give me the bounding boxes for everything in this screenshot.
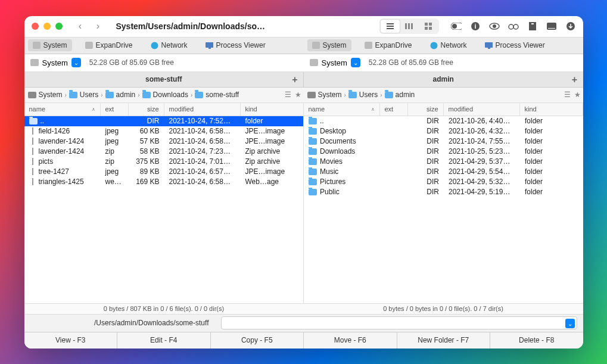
- view-list-button[interactable]: [381, 20, 400, 33]
- drive-name: System: [322, 58, 347, 67]
- toggle-icon[interactable]: [451, 21, 462, 32]
- drive-icon: [310, 59, 318, 66]
- cell-size: 60 KB: [129, 127, 164, 135]
- binoculars-icon[interactable]: [508, 21, 519, 32]
- location-tab-network[interactable]: Network: [425, 39, 472, 51]
- location-tab-expandrive[interactable]: ExpanDrive: [80, 39, 138, 51]
- cell-modified: 2021-10-24, 7:52…: [164, 117, 241, 125]
- dropdown-icon[interactable]: ⌄: [565, 319, 575, 328]
- star-icon[interactable]: ★: [295, 91, 301, 99]
- cell-name: Music: [304, 167, 380, 176]
- add-tab-left[interactable]: +: [289, 74, 301, 86]
- file-row[interactable]: PublicDIR2021-04-29, 5:19…folder: [304, 187, 583, 197]
- file-row[interactable]: ..DIR2021-10-24, 7:52…folder: [24, 116, 304, 126]
- file-icon: [32, 178, 34, 185]
- cell-modified: 2021-10-24, 6:57…: [164, 167, 241, 176]
- cell-kind: folder: [520, 137, 583, 145]
- breadcrumb-item[interactable]: Users: [348, 91, 378, 99]
- breadcrumb-item[interactable]: Users: [69, 91, 98, 99]
- view-columns-button[interactable]: [400, 20, 419, 33]
- file-list-left[interactable]: ..DIR2021-10-24, 7:52…folderfield-1426jp…: [24, 116, 304, 303]
- file-list-right[interactable]: ..DIR2021-10-26, 4:40…folderDesktopDIR20…: [304, 116, 583, 303]
- cell-size: 57 KB: [129, 137, 164, 145]
- folder-icon: [348, 92, 357, 98]
- view-grid-button[interactable]: [419, 20, 438, 33]
- col-kind[interactable]: kind: [241, 103, 304, 116]
- close-button[interactable]: [32, 23, 39, 30]
- forward-button[interactable]: ›: [91, 19, 105, 33]
- cell-kind: folder: [520, 188, 583, 196]
- zoom-button[interactable]: [55, 23, 63, 30]
- file-row[interactable]: PicturesDIR2021-04-29, 5:32…folder: [304, 177, 583, 187]
- file-row[interactable]: triangles-1425we…169 KB2021-10-24, 6:58……: [24, 177, 304, 187]
- breadcrumb-item[interactable]: System: [28, 91, 63, 99]
- col-ext[interactable]: ext: [101, 103, 129, 116]
- info-icon[interactable]: i: [470, 21, 481, 32]
- cell-kind: JPE…image: [241, 167, 304, 176]
- menu-icon[interactable]: ☰: [285, 91, 291, 99]
- new-folder-button[interactable]: New Folder - F7: [397, 332, 491, 349]
- move-button[interactable]: Move - F6: [304, 332, 397, 349]
- path-input[interactable]: ⌄: [221, 316, 577, 329]
- file-row[interactable]: MoviesDIR2021-04-29, 5:37…folder: [304, 157, 583, 167]
- star-icon[interactable]: ★: [574, 91, 581, 99]
- copy-button[interactable]: Copy - F5: [211, 332, 304, 349]
- location-tab-system[interactable]: System: [307, 39, 351, 51]
- file-row[interactable]: DocumentsDIR2021-10-24, 7:55…folder: [304, 136, 583, 147]
- drive-icon: [30, 59, 39, 66]
- file-icon: [32, 168, 34, 175]
- pane-titles: some-stuff + admin +: [24, 72, 583, 88]
- breadcrumb-item[interactable]: some-stuff: [195, 91, 239, 99]
- file-row[interactable]: lavender-1424jpeg57 KB2021-10-24, 6:58…J…: [24, 136, 304, 147]
- col-ext[interactable]: ext: [380, 103, 408, 116]
- col-name[interactable]: name∧: [304, 103, 380, 116]
- add-tab-right[interactable]: +: [569, 74, 581, 86]
- menu-icon[interactable]: ☰: [564, 91, 571, 99]
- file-row[interactable]: lavender-1424zip58 KB2021-10-24, 7:23…Zi…: [24, 147, 304, 157]
- status-left: 0 bytes / 807 KB in 0 / 6 file(s). 0 / 0…: [24, 304, 304, 314]
- chevron-down-icon: ⌄: [351, 58, 360, 67]
- cell-modified: 2021-04-29, 5:37…: [444, 157, 520, 166]
- download-icon[interactable]: [565, 21, 576, 32]
- eye-icon[interactable]: [489, 21, 500, 32]
- location-tab-process-viewer[interactable]: Process Viewer: [201, 39, 270, 51]
- file-row[interactable]: DesktopDIR2021-10-26, 4:32…folder: [304, 126, 583, 136]
- breadcrumb-item[interactable]: System: [307, 91, 342, 99]
- cell-name: lavender-1424: [24, 147, 101, 155]
- archive-icon[interactable]: [527, 21, 538, 32]
- col-size[interactable]: size: [408, 103, 444, 116]
- drive-select-left[interactable]: System ⌄: [28, 57, 83, 69]
- terminal-icon[interactable]: [546, 21, 557, 32]
- view-button[interactable]: View - F3: [24, 332, 118, 349]
- edit-button[interactable]: Edit - F4: [117, 332, 211, 349]
- col-size[interactable]: size: [129, 103, 164, 116]
- svg-rect-5: [411, 23, 413, 29]
- location-tab-process-viewer[interactable]: Process Viewer: [480, 39, 550, 51]
- file-row[interactable]: tree-1427jpeg89 KB2021-10-24, 6:57…JPE…i…: [24, 167, 304, 177]
- cell-size: 89 KB: [129, 167, 164, 176]
- col-name[interactable]: name∧: [24, 103, 101, 116]
- location-tab-system[interactable]: System: [28, 39, 72, 51]
- tab-label: Network: [441, 41, 467, 49]
- delete-button[interactable]: Delete - F8: [490, 332, 583, 349]
- breadcrumb-item[interactable]: admin: [385, 91, 415, 99]
- pathbar: /Users/admin/Downloads/some-stuff ⌄: [24, 314, 583, 332]
- file-row[interactable]: field-1426jpeg60 KB2021-10-24, 6:58…JPE……: [24, 126, 304, 136]
- file-row[interactable]: MusicDIR2021-04-29, 5:54…folder: [304, 167, 583, 177]
- col-kind[interactable]: kind: [520, 103, 583, 116]
- breadcrumb-left: System›Users›admin›Downloads›some-stuff☰…: [24, 88, 304, 102]
- location-tab-network[interactable]: Network: [146, 39, 192, 51]
- breadcrumb-item[interactable]: Downloads: [142, 91, 188, 99]
- minimize-button[interactable]: [43, 23, 51, 30]
- file-row[interactable]: DownloadsDIR2021-10-25, 5:23…folder: [304, 147, 583, 157]
- crumb-label: Downloads: [153, 91, 188, 99]
- col-modified[interactable]: modified: [444, 103, 520, 116]
- tabbar: SystemExpanDriveNetworkProcess Viewer Sy…: [24, 38, 583, 54]
- location-tab-expandrive[interactable]: ExpanDrive: [360, 39, 417, 51]
- drive-select-right[interactable]: System ⌄: [307, 57, 363, 69]
- breadcrumb-item[interactable]: admin: [105, 91, 136, 99]
- file-row[interactable]: pictszip375 KB2021-10-24, 7:01…Zip archi…: [24, 157, 304, 167]
- back-button[interactable]: ‹: [73, 19, 88, 33]
- file-row[interactable]: ..DIR2021-10-26, 4:40…folder: [304, 116, 583, 126]
- col-modified[interactable]: modified: [164, 103, 241, 116]
